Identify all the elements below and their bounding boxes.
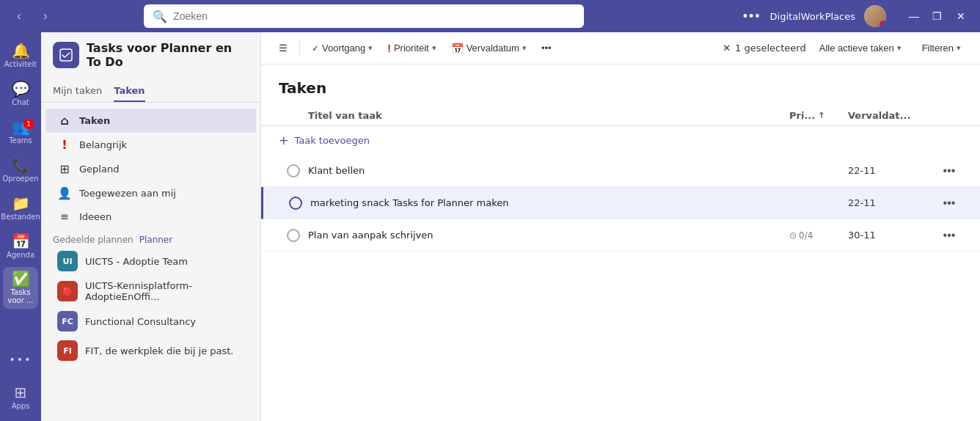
bestanden-icon: 📁 <box>12 196 30 210</box>
planner-link[interactable]: Planner <box>139 235 172 245</box>
tree-item-toegewezen[interactable]: 👤 Toegewezen aan mij <box>45 181 256 205</box>
shared-plan-functional[interactable]: FC Functional Consultancy <box>45 307 256 336</box>
taken-tree-icon: ⌂ <box>57 114 72 128</box>
app-icon <box>53 42 79 68</box>
chat-icon: 💬 <box>12 81 30 96</box>
sidebar-item-apps[interactable]: ⊞ Apps <box>3 380 38 415</box>
sidebar-item-teams[interactable]: 👥 Teams 1 <box>3 114 38 150</box>
belangrijk-tree-label: Belangrijk <box>79 139 244 150</box>
minimize-button[interactable]: — <box>904 6 924 26</box>
tab-mijn-taken[interactable]: Mijn taken <box>53 81 102 102</box>
activiteit-icon: 🔔 <box>12 43 30 58</box>
add-task-row[interactable]: + Taak toevoegen <box>261 126 980 155</box>
col-priority-header[interactable]: Pri... ↑ <box>789 110 848 121</box>
belangrijk-tree-icon: ! <box>57 138 72 152</box>
app-title: Tasks voor Planner en To Do <box>87 41 249 69</box>
task-title-2[interactable]: marketing snack Tasks for Planner maken <box>310 197 789 208</box>
activiteit-label: Activiteit <box>4 60 37 68</box>
content-header: Taken <box>261 65 980 106</box>
task-more-1: ••• <box>936 163 962 179</box>
plan-name-uicts-kennis: UICTS-Kennisplatform-AdoptieEnOffi... <box>85 280 244 302</box>
sort-icon: ↑ <box>818 111 824 120</box>
close-selection-icon[interactable]: ✕ <box>723 43 731 54</box>
sidebar-nav: 🔔 Activiteit 💬 Chat 👥 Teams 1 📞 Oproepen… <box>0 32 41 421</box>
tree-item-belangrijk[interactable]: ! Belangrijk <box>45 133 256 157</box>
table-row: marketing snack Tasks for Planner maken … <box>261 187 980 219</box>
task-table: Titel van taak Pri... ↑ Vervaldat... + T… <box>261 106 980 252</box>
toegewezen-tree-label: Toegewezen aan mij <box>79 188 244 199</box>
tree-item-taken[interactable]: ⌂ Taken <box>45 109 256 133</box>
plan-avatar-uicts-kennis: 🔴 <box>57 281 78 301</box>
voortgang-label: Voortgang <box>322 43 365 54</box>
table-header: Titel van taak Pri... ↑ Vervaldat... <box>261 106 980 126</box>
nav-buttons: ‹ › <box>9 6 56 26</box>
circle-check-3[interactable] <box>287 229 300 242</box>
shared-plan-fit[interactable]: FI FIT, de werkplek die bij je past. <box>45 336 256 365</box>
task-more-button-2[interactable]: ••• <box>942 195 957 211</box>
plan-name-fit: FIT, de werkplek die bij je past. <box>85 345 234 356</box>
forward-button[interactable]: › <box>35 6 56 26</box>
tree-nav: ⌂ Taken ! Belangrijk ⊞ Gepland 👤 Toegewe… <box>41 103 260 421</box>
tree-item-gepland[interactable]: ⊞ Gepland <box>45 157 256 181</box>
exclaim-icon: ! <box>387 43 391 54</box>
sidebar-item-more[interactable]: ••• <box>3 342 38 377</box>
gepland-tree-icon: ⊞ <box>57 162 72 176</box>
tab-taken[interactable]: Taken <box>114 81 145 102</box>
vervaldatum-button[interactable]: 📅 Vervaldatum ▾ <box>445 40 533 57</box>
search-bar[interactable]: 🔍 <box>144 4 584 28</box>
tasks-icon: ✅ <box>12 271 30 286</box>
task-due-2: 22-11 <box>848 197 936 208</box>
title-column-label: Titel van taak <box>308 110 382 121</box>
toolbar-right: ✕ 1 geselecteerd Alle actieve taken ▾ Fi… <box>723 40 968 56</box>
table-row: Plan van aanpak schrijven ⊙ 0/4 30-11 ••… <box>261 219 980 252</box>
tab-bar: Mijn taken Taken <box>41 78 260 103</box>
maximize-button[interactable]: ❐ <box>927 6 948 26</box>
task-title-1[interactable]: Klant bellen <box>308 165 789 176</box>
shared-section-label: Gedeelde plannen <box>53 235 134 245</box>
circle-check-2[interactable] <box>289 197 302 210</box>
shared-plan-uicts-kennis[interactable]: 🔴 UICTS-Kennisplatform-AdoptieEnOffi... <box>45 276 256 307</box>
prioriteit-button[interactable]: ! Prioriteit ▾ <box>381 40 442 57</box>
filteren-button[interactable]: Filteren ▾ <box>915 40 968 56</box>
priority-column-label: Pri... <box>789 110 815 121</box>
task-title-3[interactable]: Plan van aanpak schrijven <box>308 230 789 241</box>
subtask-badge: ⊙ 0/4 <box>789 230 848 241</box>
sidebar-item-oproepen[interactable]: 📞 Oproepen <box>3 153 38 188</box>
back-button[interactable]: ‹ <box>9 6 29 26</box>
shared-section-header: Gedeelde plannen Planner <box>41 227 260 246</box>
gepland-tree-label: Gepland <box>79 164 244 175</box>
task-checkbox-3[interactable] <box>279 229 308 242</box>
active-taken-dropdown[interactable]: Alle actieve taken ▾ <box>812 40 909 56</box>
task-more-2: ••• <box>936 195 962 211</box>
task-due-1: 22-11 <box>848 165 936 176</box>
task-more-button-3[interactable]: ••• <box>942 227 957 244</box>
task-more-3: ••• <box>936 227 962 244</box>
more-options-button[interactable]: ••• <box>743 9 761 24</box>
selected-count-label: 1 geselecteerd <box>735 43 806 54</box>
sidebar-item-activiteit[interactable]: 🔔 Activiteit <box>3 38 38 73</box>
search-input[interactable] <box>173 10 575 22</box>
voortgang-button[interactable]: ✓ Voortgang ▾ <box>306 40 379 56</box>
title-bar-right: ••• DigitalWorkPlaces — ❐ ✕ <box>743 5 971 27</box>
sidebar-item-agenda[interactable]: 📅 Agenda <box>3 229 38 264</box>
hamburger-button[interactable]: ☰ <box>273 40 293 56</box>
teams-badge: 1 <box>23 119 34 129</box>
toegewezen-tree-icon: 👤 <box>57 186 72 200</box>
circle-check-1[interactable] <box>287 164 300 177</box>
sidebar-item-chat[interactable]: 💬 Chat <box>3 76 38 111</box>
avatar[interactable] <box>864 5 886 27</box>
sidebar-item-tasks[interactable]: ✅ Tasks voor ... <box>3 267 38 309</box>
shared-plan-uicts-adoptie[interactable]: UI UICTS - Adoptie Team <box>45 246 256 276</box>
tree-item-ideeen[interactable]: ≡ Ideeen <box>45 205 256 227</box>
task-checkbox-2[interactable] <box>281 197 310 210</box>
more-icon: ••• <box>10 354 32 365</box>
close-button[interactable]: ✕ <box>951 6 971 26</box>
calendar-icon: 📅 <box>451 43 464 54</box>
sidebar-item-bestanden[interactable]: 📁 Bestanden <box>3 191 38 226</box>
toolbar-more-button[interactable]: ••• <box>535 40 557 56</box>
tasks-app-icon <box>59 48 73 62</box>
task-checkbox-1[interactable] <box>279 164 308 177</box>
vervaldatum-label: Vervaldatum <box>467 43 519 54</box>
ideeen-tree-label: Ideeen <box>79 211 244 222</box>
task-more-button-1[interactable]: ••• <box>942 163 957 179</box>
